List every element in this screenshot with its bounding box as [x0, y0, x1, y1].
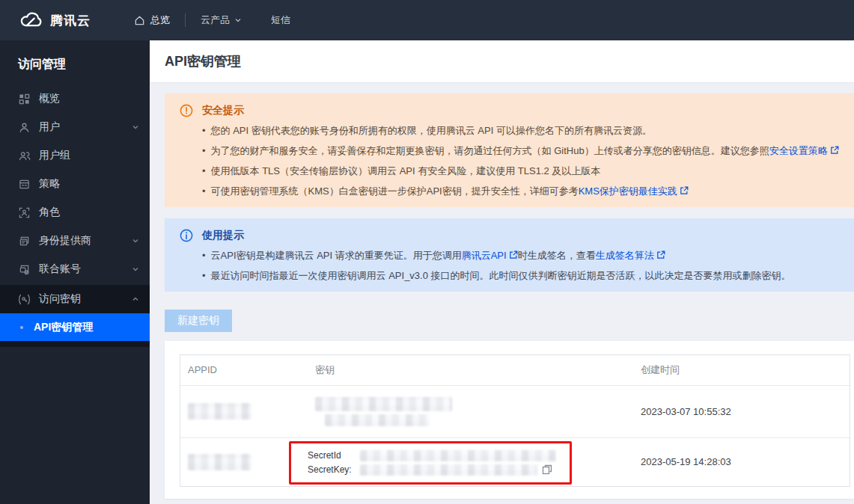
- bullet-dot: •: [202, 270, 206, 281]
- nav-sms[interactable]: 短信: [256, 0, 305, 40]
- bullet-text: 云API密钥是构建腾讯云 API 请求的重要凭证。用于您调用: [211, 250, 462, 261]
- masked-secret-key: [325, 414, 430, 426]
- secret-key-label: SecretKey:: [308, 464, 356, 475]
- bullet-dot: •: [202, 125, 206, 136]
- chevron-down-icon: [235, 17, 241, 23]
- tencent-cloud-logo[interactable]: 腾讯云: [18, 11, 91, 29]
- sidebar-item-overview[interactable]: 概览: [0, 84, 150, 113]
- sidebar-item-access-keys[interactable]: 访问密钥: [0, 285, 150, 313]
- identity-provider-icon: [18, 235, 31, 248]
- sidebar-item-label: 用户组: [39, 149, 139, 162]
- usage-bullet: •云API密钥是构建腾讯云 API 请求的重要凭证。用于您调用腾讯云API时生成…: [202, 248, 839, 262]
- cloud-logo-icon: [18, 11, 43, 29]
- masked-appid: [188, 454, 251, 470]
- user-group-icon: [18, 150, 31, 162]
- sidebar-item-identity-providers[interactable]: 身份提供商: [0, 227, 150, 255]
- chevron-down-icon: [132, 265, 139, 273]
- usage-bullet: •最近访问时间指最近一次使用密钥调用云 API_v3.0 接口的时间。此时间仅供…: [202, 268, 839, 283]
- tencent-cloud-api-link[interactable]: 腾讯云API: [462, 250, 507, 261]
- policy-icon: [18, 178, 31, 191]
- nav-cloud-products[interactable]: 云产品: [186, 0, 256, 40]
- bullet-dot: •: [202, 185, 206, 197]
- sidebar-item-label: 角色: [39, 206, 139, 219]
- security-bullet: •可使用密钥管理系统（KMS）白盒密钥进一步保护API密钥，提升安全性，详细可参…: [202, 184, 839, 198]
- security-alert-title: 安全提示: [202, 104, 244, 117]
- sidebar-item-users[interactable]: 用户: [0, 113, 150, 141]
- sidebar-item-federated-accounts[interactable]: 联合账号: [0, 255, 150, 283]
- top-nav-menu: 总览 云产品 短信: [119, 0, 305, 40]
- keys-card: APPID 密钥 创建时间: [165, 341, 854, 499]
- sidebar-item-label: 用户: [39, 120, 132, 134]
- access-key-icon: [18, 293, 31, 306]
- bullet-dot: [20, 326, 23, 329]
- page-title: API密钥管理: [165, 52, 241, 70]
- bullet-text: 最近访问时间指最近一次使用密钥调用云 API_v3.0 接口的时间。此时间仅供判…: [211, 270, 791, 281]
- table-row: 2023-03-07 10:55:32: [180, 385, 850, 437]
- bullet-text: 使用低版本 TLS（安全传输层协议）调用云 API 有安全风险，建议使用 TLS…: [211, 165, 601, 176]
- role-icon: [18, 206, 31, 219]
- bullet-dot: •: [202, 165, 206, 176]
- user-icon: [18, 121, 31, 134]
- keys-table: APPID 密钥 创建时间: [180, 354, 850, 487]
- masked-secret-id-value: [360, 450, 556, 461]
- column-header-created: 创建时间: [633, 355, 850, 385]
- sidebar-item-label: 联合账号: [39, 262, 132, 276]
- created-time: 2023-03-07 10:55:32: [633, 385, 850, 437]
- brand-name: 腾讯云: [50, 12, 91, 29]
- column-header-key: 密钥: [308, 355, 633, 385]
- table-row: SecretId SecretKey:: [180, 437, 850, 486]
- sidebar: 访问管理 概览 用户: [0, 40, 150, 504]
- security-bullet: •您的 API 密钥代表您的账号身份和所拥有的权限，使用腾讯云 API 可以操作…: [202, 123, 839, 138]
- masked-secret-key-value: [360, 464, 537, 476]
- sidebar-item-label: 访问密钥: [39, 292, 132, 306]
- grid-icon: [18, 93, 31, 105]
- info-icon: [180, 229, 193, 242]
- external-link-icon: [680, 186, 689, 195]
- masked-secret-id: [315, 397, 452, 411]
- usage-alert-title: 使用提示: [202, 229, 244, 242]
- masked-appid: [188, 403, 251, 420]
- sidebar-item-label: 概览: [39, 92, 139, 105]
- page-body: 安全提示 •您的 API 密钥代表您的账号身份和所拥有的权限，使用腾讯云 API…: [150, 82, 854, 504]
- secret-id-label: SecretId: [308, 450, 356, 461]
- red-highlight-box: SecretId SecretKey:: [289, 441, 572, 485]
- sidebar-group-access-keys: 访问密钥 API密钥管理: [0, 285, 150, 347]
- app-window: 腾讯云 总览 云产品 短信: [0, 0, 854, 504]
- sidebar-item-policies[interactable]: 策略: [0, 170, 150, 198]
- create-key-button[interactable]: 新建密钥: [165, 310, 232, 332]
- nav-overview[interactable]: 总览: [119, 0, 185, 40]
- chevron-down-icon: [132, 123, 139, 131]
- main-content: API密钥管理 安全提示: [150, 40, 854, 504]
- bullet-text: 为了您的财产和服务安全，请妥善保存和定期更换密钥，请勿通过任何方式（如 GitH…: [211, 145, 769, 156]
- column-header-appid: APPID: [180, 355, 308, 385]
- page-header: API密钥管理: [150, 40, 854, 82]
- sidebar-item-roles[interactable]: 角色: [0, 198, 150, 227]
- kms-best-practice-link[interactable]: KMS保护密钥最佳实践: [579, 185, 677, 197]
- nav-overview-label: 总览: [150, 13, 170, 27]
- chevron-up-icon: [132, 295, 139, 303]
- bullet-text: 时生成签名，查看: [518, 250, 596, 261]
- nav-sms-label: 短信: [271, 13, 290, 27]
- usage-alert: 使用提示 •云API密钥是构建腾讯云 API 请求的重要凭证。用于您调用腾讯云A…: [165, 218, 854, 292]
- sidebar-subitem-api-key-management[interactable]: API密钥管理: [0, 313, 150, 341]
- bullet-text: 可使用密钥管理系统（KMS）白盒密钥进一步保护API密钥，提升安全性，详细可参考: [211, 185, 579, 197]
- security-policy-link[interactable]: 安全设置策略: [769, 145, 828, 156]
- signature-algorithm-link[interactable]: 生成签名算法: [596, 250, 654, 261]
- home-icon: [134, 15, 145, 26]
- chevron-down-icon: [132, 237, 139, 245]
- sidebar-item-label: 策略: [39, 177, 139, 191]
- top-navbar: 腾讯云 总览 云产品 短信: [0, 0, 854, 40]
- sidebar-item-label: 身份提供商: [39, 234, 132, 248]
- external-link-icon: [656, 251, 665, 259]
- sidebar-item-user-groups[interactable]: 用户组: [0, 141, 150, 170]
- external-link-icon: [830, 146, 839, 155]
- nav-cloud-products-label: 云产品: [201, 13, 230, 27]
- copy-icon[interactable]: [542, 464, 552, 475]
- security-alert: 安全提示 •您的 API 密钥代表您的账号身份和所拥有的权限，使用腾讯云 API…: [165, 93, 854, 207]
- sidebar-subitem-label: API密钥管理: [34, 321, 93, 334]
- federated-account-icon: [18, 263, 31, 276]
- security-bullet: •为了您的财产和服务安全，请妥善保存和定期更换密钥，请勿通过任何方式（如 Git…: [202, 144, 839, 158]
- security-bullet: •使用低版本 TLS（安全传输层协议）调用云 API 有安全风险，建议使用 TL…: [202, 164, 839, 178]
- bullet-dot: •: [202, 145, 206, 156]
- bullet-dot: •: [202, 250, 206, 261]
